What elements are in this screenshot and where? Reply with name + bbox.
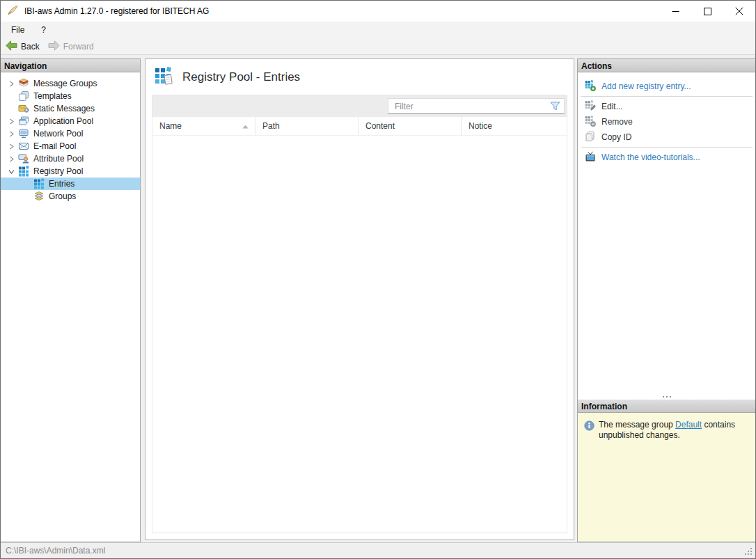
right-panel: Actions	[577, 58, 755, 542]
statusbar: C:\IBI-aws\Admin\Data.xml	[1, 542, 755, 558]
tree-item-entries[interactable]: Entries	[1, 178, 140, 190]
filter-input[interactable]	[388, 98, 565, 114]
close-button[interactable]	[723, 1, 755, 22]
information-message: The message group Default contains unpub…	[599, 420, 750, 542]
minimize-button[interactable]	[659, 1, 691, 22]
column-label: Notice	[468, 121, 492, 131]
content-panel: Registry Pool - Entries Name	[145, 58, 574, 540]
tree-item-templates[interactable]: Templates	[1, 90, 140, 102]
action-label: Edit...	[601, 102, 623, 111]
table-frame: Name Path Content Notice	[152, 95, 567, 533]
tree-item-label: Templates	[33, 91, 72, 101]
remove-icon	[585, 116, 596, 129]
tree-item-message-groups[interactable]: Message Groups	[1, 77, 140, 90]
action-add-registry-entry[interactable]: Add new registry entry...	[578, 79, 755, 94]
filter-bar	[152, 95, 567, 117]
action-label: Copy ID	[601, 132, 631, 142]
copy-icon	[585, 131, 596, 144]
sort-ascending-icon	[242, 121, 249, 131]
column-header-notice[interactable]: Notice	[462, 117, 567, 135]
forward-arrow-icon	[48, 40, 60, 53]
splitter-grip-icon	[666, 396, 668, 397]
groups-icon	[33, 191, 45, 202]
tree-item-label: Message Groups	[33, 79, 97, 88]
tv-icon	[585, 151, 596, 164]
column-header-name[interactable]: Name	[152, 117, 255, 135]
window-controls	[659, 1, 755, 22]
tree-item-label: Network Pool	[33, 129, 83, 139]
default-group-link[interactable]: Default	[675, 420, 702, 430]
information-panel-header: Information	[578, 400, 755, 413]
menu-help[interactable]: ?	[41, 25, 46, 35]
tree-item-network-pool[interactable]: Network Pool	[1, 127, 140, 140]
main-area: Navigation Message Groups	[1, 55, 755, 542]
column-label: Name	[159, 121, 182, 131]
filter-funnel-icon[interactable]	[550, 102, 560, 113]
chevron-right-icon[interactable]	[6, 131, 16, 137]
tree-item-label: Static Messages	[33, 104, 95, 113]
resize-grip-icon[interactable]	[750, 553, 752, 555]
column-label: Content	[365, 121, 395, 131]
back-label: Back	[21, 42, 40, 52]
tree-item-label: Entries	[49, 179, 74, 189]
tree-item-label: Registry Pool	[33, 166, 83, 176]
menu-file[interactable]: File	[11, 25, 24, 35]
registry-entries-icon	[33, 178, 45, 189]
actions-separator	[581, 147, 753, 148]
action-label: Remove	[601, 117, 633, 127]
statusbar-path: C:\IBI-aws\Admin\Data.xml	[6, 546, 105, 556]
info-circle-icon	[584, 420, 594, 542]
tree-item-application-pool[interactable]: Application Pool	[1, 115, 140, 127]
attribute-pool-icon	[18, 153, 29, 164]
toolbar: Back Forward	[1, 38, 755, 55]
page-title: Registry Pool - Entries	[182, 70, 300, 84]
navigation-panel-header: Navigation	[1, 59, 140, 72]
window-title: IBI-aws Admin 1.27.0 - registered for IB…	[24, 6, 209, 16]
forward-label: Forward	[63, 42, 94, 52]
edit-icon	[585, 100, 596, 113]
chevron-right-icon[interactable]	[6, 156, 16, 162]
maximize-button[interactable]	[691, 1, 723, 22]
chevron-right-icon[interactable]	[6, 81, 16, 87]
tree-item-static-messages[interactable]: Static Messages	[1, 102, 140, 115]
chevron-right-icon[interactable]	[6, 143, 16, 150]
forward-button[interactable]: Forward	[48, 40, 94, 53]
actions-list: Add new registry entry...	[578, 72, 755, 394]
chevron-down-icon[interactable]	[6, 168, 16, 175]
filter-box	[388, 98, 565, 114]
actions-separator	[581, 96, 753, 97]
panel-splitter[interactable]	[578, 394, 755, 400]
column-header-content[interactable]: Content	[359, 117, 462, 135]
navigation-tree: Message Groups Templates	[1, 72, 140, 203]
tree-item-registry-pool[interactable]: Registry Pool	[1, 165, 140, 178]
back-arrow-icon	[6, 40, 17, 53]
tree-item-email-pool[interactable]: E-mail Pool	[1, 140, 140, 152]
content-title-row: Registry Pool - Entries	[145, 59, 574, 95]
table-body[interactable]	[152, 136, 567, 533]
action-label: Add new registry entry...	[601, 81, 691, 91]
titlebar: IBI-aws Admin 1.27.0 - registered for IB…	[1, 1, 755, 22]
info-text-before: The message group	[599, 420, 675, 430]
actions-panel-header: Actions	[578, 59, 755, 72]
tree-item-label: E-mail Pool	[33, 141, 76, 151]
action-copy-id[interactable]: Copy ID	[578, 129, 755, 145]
network-pool-icon	[18, 128, 29, 139]
app-icon	[7, 5, 19, 18]
action-watch-video-tutorials[interactable]: Watch the video-tutorials...	[578, 150, 755, 165]
table-header: Name Path Content Notice	[152, 117, 567, 136]
add-registry-entry-icon	[585, 80, 596, 93]
column-header-path[interactable]: Path	[255, 117, 359, 135]
tree-item-groups[interactable]: Groups	[1, 190, 140, 203]
registry-pool-page-icon	[155, 67, 173, 88]
tree-item-attribute-pool[interactable]: Attribute Pool	[1, 152, 140, 165]
tree-item-label: Groups	[49, 191, 76, 201]
action-label: Watch the video-tutorials...	[601, 152, 700, 162]
chevron-right-icon[interactable]	[6, 118, 16, 125]
application-pool-icon	[18, 116, 29, 127]
action-edit[interactable]: Edit...	[578, 99, 755, 114]
back-button[interactable]: Back	[6, 40, 40, 53]
registry-pool-icon	[18, 166, 29, 177]
tree-item-label: Attribute Pool	[33, 154, 84, 164]
navigation-panel: Navigation Message Groups	[1, 58, 141, 542]
action-remove[interactable]: Remove	[578, 114, 755, 129]
